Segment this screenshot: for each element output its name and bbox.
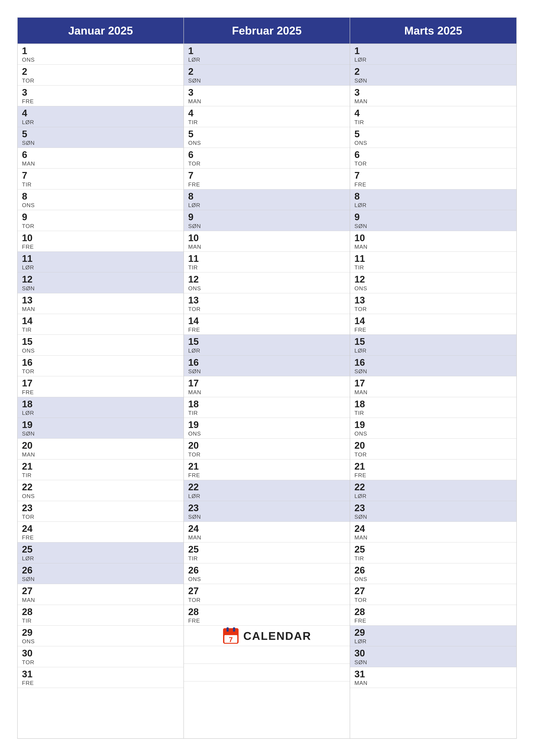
day-number: 23 — [354, 503, 512, 513]
day-number: 26 — [188, 565, 345, 576]
day-number: 16 — [22, 357, 179, 368]
day-number: 7 — [22, 170, 179, 180]
day-row: 4TIR — [184, 106, 350, 127]
day-name: MAN — [354, 98, 512, 105]
day-row: 28FRE — [184, 605, 350, 626]
day-number: 9 — [188, 212, 345, 222]
calendar-logo-icon: 7 — [222, 627, 240, 645]
day-row: 14FRE — [350, 314, 516, 335]
day-number: 12 — [22, 274, 179, 284]
month-marts: Marts 2025 1LØR2SØN3MAN4TIR5ONS6TOR7FRE8… — [350, 18, 516, 738]
day-number: 15 — [22, 337, 179, 347]
day-name: TIR — [188, 119, 345, 126]
day-name: SØN — [354, 514, 512, 520]
empty-row — [184, 664, 350, 682]
day-name: ONS — [188, 285, 345, 292]
day-name: FRE — [354, 327, 512, 333]
day-name: TOR — [188, 597, 345, 604]
day-number: 6 — [188, 149, 345, 160]
day-name: TOR — [354, 451, 512, 458]
svg-text:7: 7 — [229, 636, 233, 643]
day-number: 22 — [354, 482, 512, 492]
day-number: 17 — [354, 378, 512, 388]
day-row: 23TOR — [18, 501, 184, 522]
day-row: 29ONS — [18, 626, 184, 646]
day-name: FRE — [354, 472, 512, 479]
day-number: 28 — [354, 607, 512, 617]
day-name: TOR — [188, 160, 345, 167]
day-row: 14TIR — [18, 314, 184, 335]
day-name: ONS — [188, 140, 345, 146]
day-number: 19 — [22, 419, 179, 430]
day-row: 14FRE — [184, 314, 350, 335]
day-number: 10 — [188, 233, 345, 243]
day-name: ONS — [22, 202, 179, 209]
day-number: 18 — [188, 399, 345, 409]
logo-row: 7 CALENDAR — [184, 626, 350, 646]
empty-row — [184, 646, 350, 664]
day-row: 1LØR — [350, 44, 516, 65]
day-name: FRE — [188, 472, 345, 479]
day-number: 12 — [354, 274, 512, 284]
day-name: ONS — [188, 430, 345, 437]
day-name: SØN — [22, 285, 179, 292]
day-row: 28TIR — [18, 605, 184, 626]
day-row: 25TIR — [350, 542, 516, 563]
svg-rect-2 — [223, 632, 239, 635]
day-number: 11 — [22, 254, 179, 264]
day-row: 9TOR — [18, 210, 184, 231]
day-name: TOR — [354, 160, 512, 167]
day-row: 16SØN — [350, 356, 516, 376]
day-name: LØR — [354, 347, 512, 354]
day-name: ONS — [354, 430, 512, 437]
day-number: 1 — [354, 46, 512, 56]
day-name: FRE — [354, 181, 512, 188]
day-number: 4 — [22, 108, 179, 118]
day-row: 1LØR — [184, 44, 350, 65]
day-number: 5 — [354, 129, 512, 139]
day-number: 27 — [354, 586, 512, 596]
day-number: 21 — [188, 461, 345, 472]
day-number: 2 — [354, 67, 512, 77]
day-name: ONS — [354, 576, 512, 582]
day-number: 4 — [188, 108, 345, 118]
day-number: 3 — [188, 87, 345, 97]
day-row: 2TOR — [18, 65, 184, 85]
day-name: LØR — [22, 555, 179, 562]
day-number: 13 — [354, 295, 512, 305]
day-row: 23SØN — [184, 501, 350, 522]
day-number: 2 — [188, 67, 345, 77]
day-number: 8 — [188, 191, 345, 202]
day-row: 7FRE — [350, 169, 516, 189]
day-row: 30SØN — [350, 646, 516, 667]
day-row: 10MAN — [350, 231, 516, 252]
page: Januar 2025 1ONS2TOR3FRE4LØR5SØN6MAN7TIR… — [0, 0, 534, 756]
day-number: 10 — [22, 233, 179, 243]
day-name: TOR — [22, 368, 179, 375]
day-number: 17 — [188, 378, 345, 388]
day-name: SØN — [354, 77, 512, 84]
day-number: 9 — [22, 212, 179, 222]
day-name: TOR — [188, 451, 345, 458]
day-name: SØN — [188, 514, 345, 520]
day-number: 31 — [22, 669, 179, 679]
day-row: 4LØR — [18, 106, 184, 127]
day-name: FRE — [354, 617, 512, 624]
day-name: TIR — [188, 410, 345, 417]
day-number: 16 — [354, 357, 512, 368]
day-number: 16 — [188, 357, 345, 368]
day-number: 28 — [22, 607, 179, 617]
day-row: 26ONS — [350, 563, 516, 584]
day-number: 13 — [22, 295, 179, 305]
day-name: SØN — [354, 659, 512, 666]
day-number: 24 — [354, 524, 512, 534]
calendar-grid: Januar 2025 1ONS2TOR3FRE4LØR5SØN6MAN7TIR… — [17, 17, 517, 739]
day-number: 22 — [188, 482, 345, 492]
day-name: LØR — [22, 119, 179, 126]
day-number: 8 — [22, 191, 179, 202]
day-row: 22LØR — [350, 480, 516, 501]
day-row: 6TOR — [184, 148, 350, 169]
calendar-logo-text: CALENDAR — [243, 630, 311, 642]
day-number: 26 — [22, 565, 179, 576]
day-number: 27 — [22, 586, 179, 596]
